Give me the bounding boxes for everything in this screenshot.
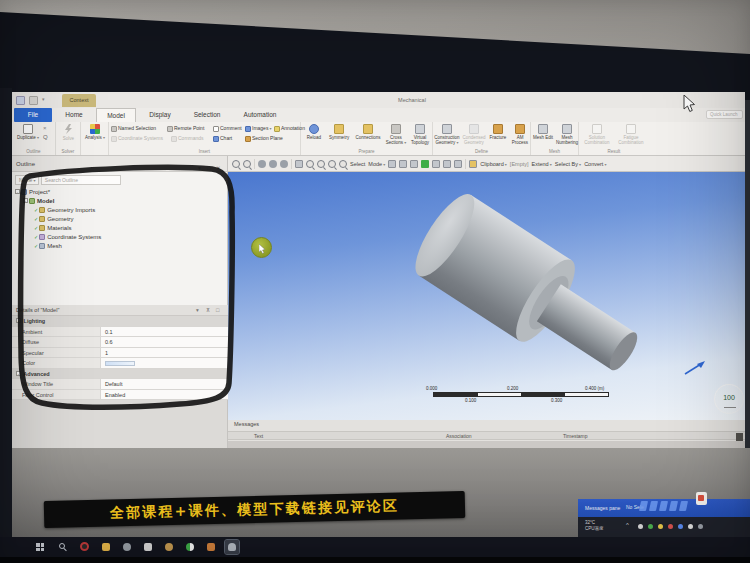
details-float-icon[interactable]: □ xyxy=(216,305,219,316)
convert-dropdown[interactable]: Convert xyxy=(584,161,606,167)
details-section-lighting[interactable]: - Lighting xyxy=(12,316,228,327)
taskbar-app-icon-2[interactable] xyxy=(99,540,113,554)
color-value[interactable] xyxy=(100,358,228,368)
filter-control-value[interactable]: Enabled xyxy=(100,390,228,400)
tray-icon[interactable] xyxy=(698,524,703,529)
face-filter-icon[interactable] xyxy=(410,160,418,168)
am-process-button[interactable]: AM Process xyxy=(509,124,531,145)
delete-icon[interactable]: × xyxy=(43,125,47,131)
color-swatch[interactable] xyxy=(105,361,135,366)
collapse-icon[interactable]: - xyxy=(16,318,21,323)
fracture-button[interactable]: Fracture xyxy=(487,124,509,140)
connections-button[interactable]: Connections xyxy=(353,124,383,140)
taskbar-app-icon-7[interactable] xyxy=(204,540,218,554)
tray-icon[interactable] xyxy=(648,524,653,529)
pan-icon[interactable] xyxy=(269,160,277,168)
pointer-mode-icon[interactable] xyxy=(295,160,303,168)
construction-geometry-button[interactable]: Construction Geometry xyxy=(433,124,461,145)
zoom-next-icon[interactable] xyxy=(339,160,347,168)
tab-display[interactable]: Display xyxy=(140,108,180,122)
tray-icon[interactable] xyxy=(678,524,683,529)
tree-item-geometry[interactable]: ✓Geometry xyxy=(34,215,74,224)
tab-model[interactable]: Model xyxy=(96,108,136,122)
duplicate-button[interactable]: Duplicate xyxy=(15,124,41,140)
clipboard-dropdown[interactable]: Clipboard xyxy=(480,161,507,167)
comment-button[interactable]: Comment xyxy=(213,124,242,133)
window-title-value[interactable]: Default xyxy=(100,379,228,389)
collapse-icon[interactable]: - xyxy=(16,371,21,376)
context-tab[interactable]: Context xyxy=(62,94,96,107)
fatigue-combination-button[interactable]: Fatigue Combination xyxy=(614,124,648,145)
viewport-3d[interactable]: 0.000 0.200 0.400 (m) 0.100 0.300 xyxy=(228,172,745,420)
rotate-icon[interactable] xyxy=(258,160,266,168)
stepped-shaft-model[interactable] xyxy=(228,172,745,420)
quick-access-arrow-icon[interactable]: ▾ xyxy=(42,96,45,102)
search-tree-icon[interactable]: Q xyxy=(43,134,48,140)
tray-expand-icon[interactable]: ^ xyxy=(626,522,629,528)
tab-file[interactable]: File xyxy=(14,108,52,122)
messages-col-timestamp[interactable]: Timestamp xyxy=(563,433,588,439)
taskbar-app-icon-1[interactable] xyxy=(78,540,92,554)
specular-value[interactable]: 1 xyxy=(100,348,228,358)
messages-col-association[interactable]: Association xyxy=(446,433,472,439)
diffuse-value[interactable]: 0.6 xyxy=(100,337,228,347)
zoom-in-icon[interactable] xyxy=(232,160,240,168)
extend-dropdown[interactable]: Extend xyxy=(532,161,552,167)
reload-button[interactable]: Reload xyxy=(302,124,326,140)
start-button[interactable] xyxy=(36,543,44,551)
mesh-numbering-button[interactable]: Mesh Numbering xyxy=(555,124,579,145)
zoom-fit-icon[interactable] xyxy=(317,160,325,168)
tree-item-coordinate-systems[interactable]: ✓Coordinate Systems xyxy=(34,233,101,242)
select-mode-icon-1[interactable] xyxy=(432,160,440,168)
body-filter-icon[interactable] xyxy=(421,160,429,168)
taskbar-app-icon-5[interactable] xyxy=(162,540,176,554)
tree-item-model[interactable]: -Model xyxy=(23,197,54,206)
ambient-value[interactable]: 0.1 xyxy=(100,327,228,337)
messages-col-text[interactable]: Text xyxy=(254,433,263,439)
mesh-edit-button[interactable]: Mesh Edit xyxy=(531,124,555,140)
coordinate-systems-button[interactable]: Coordinate Systems xyxy=(111,134,163,143)
taskbar-app-icon-3[interactable] xyxy=(120,540,134,554)
name-filter-dropdown[interactable]: Name xyxy=(15,175,39,185)
tray-icon[interactable] xyxy=(658,524,663,529)
taskbar-app-icon-8[interactable] xyxy=(225,540,239,554)
tray-icon[interactable] xyxy=(668,524,673,529)
tray-icon[interactable] xyxy=(638,524,643,529)
search-outline-input[interactable]: Search Outline xyxy=(41,175,121,185)
tab-automation[interactable]: Automation xyxy=(234,108,286,122)
solution-combination-button[interactable]: Solution Combination xyxy=(580,124,614,145)
taskbar-app-icon-4[interactable] xyxy=(141,540,155,554)
tab-selection[interactable]: Selection xyxy=(184,108,230,122)
section-plane-button[interactable]: Section Plane xyxy=(245,134,283,143)
select-by-dropdown[interactable]: Select By xyxy=(555,161,581,167)
mode-dropdown[interactable]: Mode xyxy=(368,161,385,167)
images-button[interactable]: Images xyxy=(245,124,272,133)
virtual-topology-button[interactable]: Virtual Topology xyxy=(408,124,432,145)
named-selection-button[interactable]: Named Selection xyxy=(111,124,156,133)
tree-item-geometry-imports[interactable]: ✓Geometry Imports xyxy=(34,206,95,215)
zoom-prev-icon[interactable] xyxy=(328,160,336,168)
cross-sections-button[interactable]: Cross Sections xyxy=(384,124,408,145)
taskbar-search-icon[interactable] xyxy=(59,543,65,549)
box-zoom-icon[interactable] xyxy=(306,160,314,168)
symmetry-button[interactable]: Symmetry xyxy=(326,124,352,140)
orbit-icon[interactable] xyxy=(280,160,288,168)
zoom-out-icon[interactable] xyxy=(243,160,251,168)
tray-icon[interactable] xyxy=(688,524,693,529)
expander-icon[interactable]: - xyxy=(15,189,20,194)
chart-button[interactable]: Chart xyxy=(213,134,232,143)
tree-item-mesh[interactable]: ✓Mesh xyxy=(34,242,62,251)
tree-item-materials[interactable]: ✓Materials xyxy=(34,224,72,233)
vertex-filter-icon[interactable] xyxy=(388,160,396,168)
select-mode-icon-2[interactable] xyxy=(443,160,451,168)
edge-filter-icon[interactable] xyxy=(399,160,407,168)
commands-button[interactable]: Commands xyxy=(171,134,204,143)
details-pin-icon[interactable]: ⊼ xyxy=(206,305,210,316)
solve-button[interactable]: Solve xyxy=(57,124,80,141)
tab-home[interactable]: Home xyxy=(56,108,92,122)
select-mode-icon-3[interactable] xyxy=(454,160,462,168)
save-icon[interactable] xyxy=(29,96,38,105)
condensed-geometry-button[interactable]: Condensed Geometry xyxy=(461,124,487,145)
taskbar-app-icon-6[interactable] xyxy=(183,540,197,554)
details-dock-icon[interactable]: ▾ xyxy=(196,305,199,316)
